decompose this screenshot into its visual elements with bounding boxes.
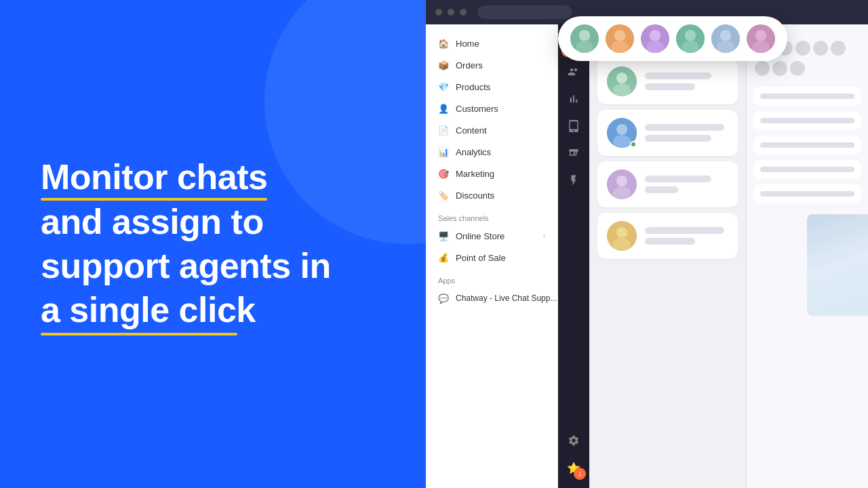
- icon-bar-users[interactable]: [561, 60, 586, 84]
- agent-dot: [772, 61, 787, 76]
- svg-point-28: [755, 30, 766, 41]
- chat-line: [645, 176, 711, 182]
- svg-point-14: [576, 41, 593, 54]
- left-panel: Monitor chats and assign to support agen…: [0, 0, 420, 488]
- headline-line2: and assign to: [41, 201, 331, 243]
- headline: Monitor chats and assign to support agen…: [41, 157, 331, 331]
- headline-line3: support agents in: [41, 245, 331, 287]
- agent-dot: [795, 41, 810, 56]
- sidebar: 🏠 Home 📦 Orders 💎 Products 👤 Customers 📄…: [426, 24, 558, 488]
- sidebar-label-pos: Point of Sale: [456, 253, 506, 263]
- svg-point-25: [720, 30, 731, 41]
- chat-lines-1: [645, 73, 728, 90]
- avatar-3: [607, 169, 637, 199]
- online-store-arrow: ›: [543, 232, 545, 240]
- sidebar-item-pos[interactable]: 💰 Point of Sale: [426, 247, 557, 268]
- agent-dot: [790, 61, 805, 76]
- svg-point-26: [717, 41, 734, 54]
- agent-dot: [831, 41, 846, 56]
- agent-dot: [755, 61, 770, 76]
- sidebar-item-chatway[interactable]: 💬 Chatway - Live Chat Supp...: [426, 287, 557, 309]
- discounts-icon: 🏷️: [438, 190, 449, 201]
- chatway-icon: 💬: [438, 293, 449, 304]
- chat-panel: 🍎: [589, 24, 746, 488]
- avatar-1: [607, 66, 637, 96]
- online-indicator: [630, 141, 637, 148]
- pos-icon: 💰: [438, 252, 449, 263]
- svg-point-7: [616, 176, 627, 186]
- icon-bar-settings[interactable]: [561, 428, 586, 453]
- chat-line: [645, 238, 695, 245]
- sidebar-label-home: Home: [456, 39, 479, 49]
- chat-list: [589, 54, 746, 263]
- svg-point-10: [616, 227, 627, 238]
- extra-line: [760, 191, 854, 197]
- products-icon: 💎: [438, 81, 449, 92]
- sidebar-item-products[interactable]: 💎 Products: [426, 76, 557, 98]
- chat-lines-3: [645, 176, 728, 193]
- extra-chat-item: [753, 160, 861, 179]
- avatar-container-2: [607, 118, 637, 148]
- extra-line: [760, 142, 854, 148]
- sidebar-label-analytics: Analytics: [456, 147, 491, 157]
- chat-lines-2: [645, 124, 728, 142]
- icon-bar-lightning[interactable]: [561, 168, 586, 192]
- home-icon: 🏠: [438, 38, 449, 49]
- agent-dot: [813, 41, 828, 56]
- browser-url-bar: [477, 5, 572, 19]
- svg-point-29: [752, 41, 770, 54]
- icon-bar-analytics[interactable]: [561, 87, 586, 111]
- sidebar-label-products: Products: [456, 82, 490, 92]
- browser-dot-green: [460, 9, 467, 16]
- svg-point-13: [579, 30, 590, 41]
- sidebar-label-content: Content: [456, 125, 487, 136]
- chat-item-4[interactable]: [597, 213, 738, 259]
- extra-chat-item: [753, 111, 861, 130]
- svg-point-19: [650, 30, 660, 41]
- agent-avatar-3: [639, 23, 671, 54]
- icon-bar-store[interactable]: [561, 141, 586, 165]
- sidebar-item-content[interactable]: 📄 Content: [426, 119, 557, 141]
- chat-item-2[interactable]: [597, 110, 738, 156]
- sidebar-item-home[interactable]: 🏠 Home: [426, 33, 557, 54]
- chat-item-1[interactable]: [597, 58, 738, 104]
- analytics-icon: 📊: [438, 146, 449, 157]
- sidebar-item-online-store[interactable]: 🖥️ Online Store ›: [426, 225, 557, 247]
- svg-point-23: [682, 41, 699, 54]
- chat-item-3[interactable]: [597, 161, 738, 207]
- chat-line: [645, 135, 711, 142]
- notification-badge: 1: [574, 468, 586, 480]
- chat-lines-4: [645, 227, 728, 245]
- agent-avatar-1: [569, 23, 600, 54]
- sidebar-item-customers[interactable]: 👤 Customers: [426, 98, 557, 119]
- online-store-icon: 🖥️: [438, 230, 449, 241]
- extra-line: [760, 118, 854, 123]
- agent-avatar-5: [710, 23, 741, 54]
- customers-icon: 👤: [438, 103, 449, 114]
- chat-line: [645, 83, 695, 90]
- sidebar-label-orders: Orders: [456, 60, 483, 70]
- orders-icon: 📦: [438, 60, 449, 70]
- icon-bar-star[interactable]: ⭐ 1: [561, 455, 586, 480]
- avatar-4: [607, 221, 637, 251]
- headline-line4: a single click: [41, 289, 331, 331]
- svg-point-20: [646, 41, 664, 54]
- app-mockup: 🏠 Home 📦 Orders 💎 Products 👤 Customers 📄…: [426, 0, 868, 488]
- sidebar-label-discounts: Discounts: [456, 190, 494, 201]
- extra-chat-item: [753, 87, 861, 106]
- sidebar-item-marketing[interactable]: 🎯 Marketing: [426, 163, 557, 184]
- extra-line: [760, 94, 854, 99]
- sidebar-label-chatway: Chatway - Live Chat Supp...: [456, 293, 557, 303]
- icon-bar-tablet[interactable]: [561, 114, 586, 138]
- agent-avatar-4: [675, 23, 706, 54]
- partial-image: [807, 214, 868, 316]
- sales-channels-label: Sales channels: [426, 206, 557, 225]
- sidebar-item-discounts[interactable]: 🏷️ Discounts: [426, 184, 557, 206]
- sidebar-item-analytics[interactable]: 📊 Analytics: [426, 141, 557, 163]
- extra-chat-list: [747, 81, 868, 209]
- headline-line1: Monitor chats: [41, 157, 267, 197]
- svg-point-22: [685, 30, 696, 41]
- sidebar-label-marketing: Marketing: [456, 169, 494, 179]
- sidebar-item-orders[interactable]: 📦 Orders: [426, 54, 557, 76]
- extra-chat-item: [753, 184, 861, 203]
